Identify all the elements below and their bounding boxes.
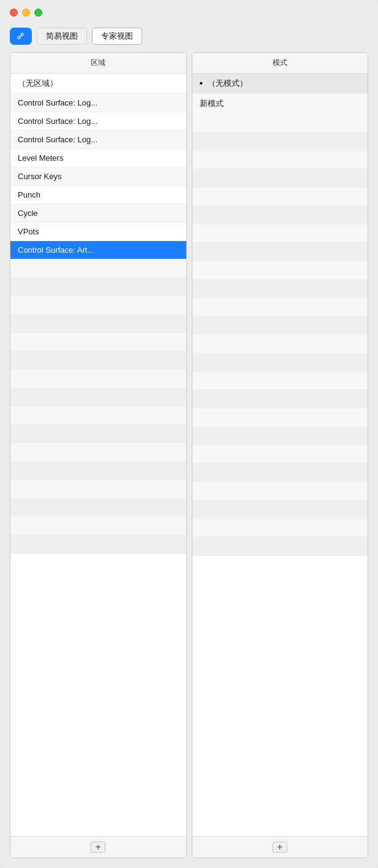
- mode-item[interactable]: [192, 243, 368, 261]
- mode-item[interactable]: [192, 169, 368, 188]
- mode-item[interactable]: [192, 482, 368, 501]
- minimize-button[interactable]: [22, 9, 30, 17]
- left-panel: 区域 （无区域）Control Surface: Log...Control S…: [10, 52, 187, 858]
- list-item[interactable]: Control Surface: Log...: [10, 94, 186, 112]
- mode-item[interactable]: [192, 151, 368, 169]
- left-panel-header: 区域: [10, 53, 186, 74]
- mode-label: （无模式）: [208, 78, 248, 89]
- list-item[interactable]: Level Meters: [10, 149, 186, 167]
- mode-item[interactable]: [192, 188, 368, 206]
- content-area: 区域 （无区域）Control Surface: Log...Control S…: [0, 52, 378, 868]
- mode-item[interactable]: 新模式: [192, 94, 368, 114]
- list-item[interactable]: Cycle: [10, 204, 186, 223]
- right-panel-footer: +: [192, 836, 368, 858]
- mode-item[interactable]: [192, 353, 368, 372]
- left-panel-footer: +: [10, 836, 186, 858]
- mode-item[interactable]: [192, 114, 368, 133]
- mode-item[interactable]: [192, 133, 368, 151]
- right-panel-list[interactable]: •（无模式）新模式: [192, 74, 368, 836]
- list-item[interactable]: [10, 536, 186, 554]
- mode-item[interactable]: [192, 501, 368, 519]
- list-item[interactable]: [10, 315, 186, 333]
- list-item[interactable]: [10, 517, 186, 536]
- traffic-lights: [10, 9, 42, 17]
- mode-item[interactable]: [192, 372, 368, 390]
- list-item[interactable]: [10, 388, 186, 407]
- left-panel-list[interactable]: （无区域）Control Surface: Log...Control Surf…: [10, 74, 186, 836]
- list-item[interactable]: Control Surface: Log...: [10, 112, 186, 131]
- link-icon: ⚯: [14, 29, 28, 43]
- list-item[interactable]: （无区域）: [10, 74, 186, 94]
- list-item[interactable]: Punch: [10, 186, 186, 204]
- list-item[interactable]: Control Surface: Art...: [10, 241, 186, 259]
- mode-item[interactable]: [192, 519, 368, 537]
- mode-label: 新模式: [200, 98, 224, 109]
- mode-item[interactable]: [192, 427, 368, 445]
- mode-item[interactable]: [192, 261, 368, 280]
- toolbar: ⚯ 简易视图 专家视图: [0, 23, 378, 52]
- list-item[interactable]: [10, 333, 186, 351]
- mode-item[interactable]: [192, 298, 368, 317]
- list-item[interactable]: [10, 370, 186, 388]
- list-item[interactable]: [10, 351, 186, 370]
- list-item[interactable]: [10, 278, 186, 296]
- mode-item[interactable]: [192, 537, 368, 556]
- link-button[interactable]: ⚯: [10, 28, 32, 45]
- mode-item[interactable]: [192, 225, 368, 243]
- expert-view-button[interactable]: 专家视图: [92, 28, 142, 45]
- mode-item[interactable]: [192, 464, 368, 482]
- list-item[interactable]: [10, 444, 186, 462]
- bullet-icon: •: [200, 78, 203, 89]
- list-item[interactable]: [10, 462, 186, 480]
- list-item[interactable]: [10, 296, 186, 315]
- main-window: ⚯ 简易视图 专家视图 区域 （无区域）Control Surface: Log…: [0, 0, 378, 868]
- list-item[interactable]: Cursor Keys: [10, 167, 186, 186]
- list-item[interactable]: Control Surface: Log...: [10, 131, 186, 149]
- right-panel: 模式 •（无模式）新模式 +: [192, 52, 369, 858]
- mode-item[interactable]: [192, 206, 368, 225]
- left-add-button[interactable]: +: [91, 842, 105, 853]
- maximize-button[interactable]: [34, 9, 42, 17]
- right-add-button[interactable]: +: [273, 842, 287, 853]
- title-bar: [0, 0, 378, 23]
- mode-item[interactable]: [192, 390, 368, 409]
- simple-view-button[interactable]: 简易视图: [37, 28, 87, 45]
- list-item[interactable]: [10, 499, 186, 517]
- close-button[interactable]: [10, 9, 18, 17]
- list-item[interactable]: [10, 259, 186, 278]
- list-item[interactable]: [10, 480, 186, 499]
- list-item[interactable]: VPots: [10, 223, 186, 241]
- list-item[interactable]: [10, 407, 186, 425]
- mode-item[interactable]: [192, 335, 368, 353]
- mode-item[interactable]: •（无模式）: [192, 74, 368, 94]
- right-panel-header: 模式: [192, 53, 368, 74]
- mode-item[interactable]: [192, 317, 368, 335]
- mode-item[interactable]: [192, 445, 368, 464]
- mode-item[interactable]: [192, 409, 368, 427]
- list-item[interactable]: [10, 425, 186, 444]
- mode-item[interactable]: [192, 280, 368, 298]
